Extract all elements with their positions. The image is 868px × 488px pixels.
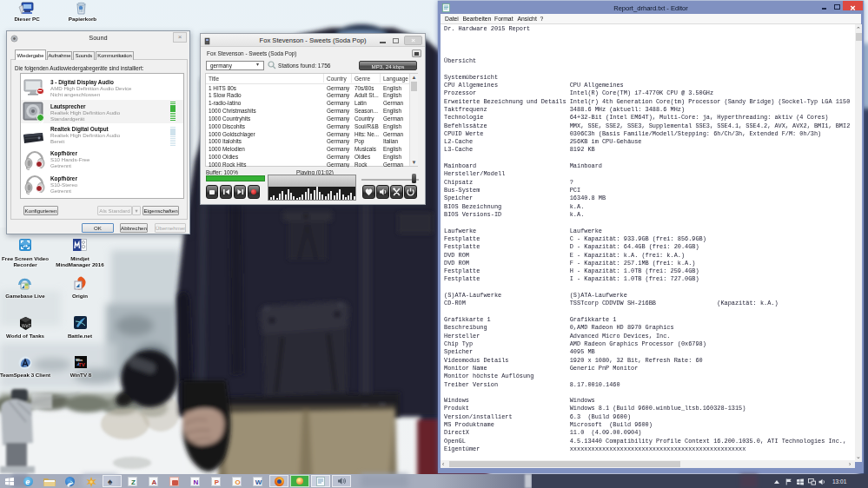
- svg-text:WoT: WoT: [22, 323, 30, 328]
- svg-text:TV: TV: [78, 362, 85, 367]
